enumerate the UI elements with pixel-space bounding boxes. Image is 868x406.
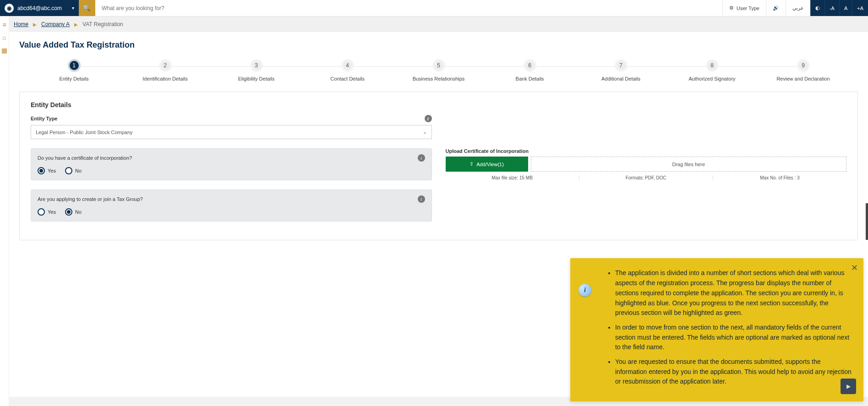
gear-icon: ⚙	[729, 5, 734, 11]
radio-icon	[38, 167, 45, 174]
step-number: 8	[706, 59, 719, 72]
avatar-icon: ◉	[5, 4, 14, 13]
user-type-label: User Type	[737, 5, 759, 11]
step-label: Authorized Signatory	[666, 76, 758, 82]
step-5[interactable]: 5Business Relationships	[393, 59, 484, 82]
play-icon: ▶	[846, 383, 851, 390]
add-view-button[interactable]: ⇪ Add/View(1)	[446, 157, 528, 172]
crumb-company[interactable]: Company A	[41, 21, 70, 27]
step-8[interactable]: 8Authorized Signatory	[666, 59, 758, 82]
step-number: 4	[341, 59, 354, 72]
sound-toggle[interactable]: 🔊	[766, 0, 786, 16]
user-type-menu[interactable]: ⚙ User Type	[722, 0, 766, 16]
info-bubble-icon: i	[579, 284, 591, 297]
step-label: Bank Details	[484, 76, 575, 82]
tax-group-question: Are you applying to create or join a Tax…	[31, 189, 432, 222]
question-text: Do you have a certificate of incorporati…	[38, 155, 132, 161]
step-number: 3	[250, 59, 263, 72]
chevron-right-icon: ▶	[74, 22, 78, 27]
help-bullet: The application is divided into a number…	[615, 268, 852, 318]
help-bullet: You are requested to ensure that the doc…	[615, 357, 852, 387]
step-6[interactable]: 6Bank Details	[484, 59, 575, 82]
language-toggle[interactable]: عربي	[786, 0, 810, 16]
breadcrumb: Home ▶ Company A ▶ VAT Registration	[0, 16, 868, 32]
chevron-right-icon: ▶	[33, 22, 37, 27]
progress-stepper: 1Entity Details2Identification Details3E…	[15, 59, 863, 92]
step-number: 2	[159, 59, 172, 72]
topbar-right: ⚙ User Type 🔊 عربي ◐ -A A +A	[722, 0, 868, 16]
max-size: Max file size: 15 MB	[446, 175, 579, 180]
speaker-icon: 🔊	[773, 5, 779, 11]
contrast-icon: ◐	[815, 5, 820, 11]
menu-icon[interactable]: ≡	[2, 21, 6, 28]
left-rail: ≡ ⌂ ▦	[0, 16, 9, 397]
step-2[interactable]: 2Identification Details	[120, 59, 211, 82]
step-number: 5	[432, 59, 445, 72]
max-files: Max No. of Files : 3	[713, 175, 846, 180]
search-icon: 🔍	[83, 5, 91, 11]
scrollbar[interactable]	[866, 203, 868, 240]
chevron-down-icon: ⌄	[423, 129, 427, 135]
user-account-chip[interactable]: ◉ abcd64@abc.com ▾	[0, 0, 79, 16]
help-popup: ✕ i The application is divided into a nu…	[570, 258, 863, 397]
step-label: Entity Details	[28, 76, 120, 82]
step-number: 1	[68, 59, 81, 72]
step-label: Additional Details	[575, 76, 666, 82]
step-number: 6	[524, 59, 536, 72]
upload-label: Upload Certificate of Incorporation	[446, 148, 847, 154]
crumb-home[interactable]: Home	[14, 21, 28, 27]
crumb-current: VAT Registration	[82, 21, 123, 27]
radio-icon	[65, 208, 72, 216]
search-button[interactable]: 🔍	[79, 0, 95, 16]
entity-details-panel: Entity Details Entity Type i Legal Perso…	[19, 92, 858, 240]
step-number: 9	[797, 59, 810, 72]
formats: Formats: PDF, DOC	[579, 175, 713, 180]
top-bar: ◉ abcd64@abc.com ▾ 🔍 ⚙ User Type 🔊 عربي …	[0, 0, 868, 16]
step-label: Review and Declaration	[758, 76, 849, 82]
step-label: Eligibility Details	[211, 76, 302, 82]
file-constraints: Max file size: 15 MB Formats: PDF, DOC M…	[446, 175, 847, 180]
close-icon[interactable]: ✕	[851, 263, 858, 273]
info-icon[interactable]: i	[425, 115, 432, 122]
info-icon[interactable]: i	[418, 154, 425, 162]
radio-yes[interactable]: Yes	[38, 208, 56, 216]
question-text: Are you applying to create or join a Tax…	[38, 196, 143, 202]
entity-type-value: Legal Person - Public Joint Stock Compan…	[36, 130, 133, 135]
entity-type-label: Entity Type	[31, 116, 57, 121]
search-input[interactable]	[95, 0, 722, 16]
help-bullet: In order to move from one section to the…	[615, 323, 852, 352]
step-9[interactable]: 9Review and Declaration	[758, 59, 849, 82]
step-label: Business Relationships	[393, 76, 484, 82]
contrast-toggle[interactable]: ◐	[810, 0, 824, 16]
help-bullet-list: The application is divided into a number…	[607, 268, 852, 387]
home-icon[interactable]: ⌂	[2, 34, 6, 41]
step-label: Identification Details	[120, 76, 211, 82]
chevron-down-icon: ▾	[72, 5, 74, 11]
font-increase[interactable]: +A	[852, 0, 868, 16]
info-icon[interactable]: i	[418, 195, 425, 203]
grid-icon[interactable]: ▦	[1, 47, 7, 54]
user-email: abcd64@abc.com	[17, 5, 62, 11]
radio-icon	[38, 208, 45, 216]
step-1[interactable]: 1Entity Details	[28, 59, 120, 82]
radio-no[interactable]: No	[65, 167, 82, 174]
radio-yes[interactable]: Yes	[38, 167, 56, 174]
cert-incorporation-question: Do you have a certificate of incorporati…	[31, 148, 432, 180]
page-title: Value Added Tax Registration	[19, 40, 863, 50]
step-label: Contact Details	[302, 76, 393, 82]
radio-icon	[65, 167, 72, 174]
upload-icon: ⇪	[469, 161, 474, 167]
step-7[interactable]: 7Additional Details	[575, 59, 666, 82]
panel-title: Entity Details	[31, 101, 846, 108]
step-3[interactable]: 3Eligibility Details	[211, 59, 302, 82]
step-4[interactable]: 4Contact Details	[302, 59, 393, 82]
radio-no[interactable]: No	[65, 208, 82, 216]
drag-drop-zone[interactable]: Drag files here	[531, 157, 847, 172]
entity-type-select[interactable]: Legal Person - Public Joint Stock Compan…	[31, 125, 432, 139]
play-button[interactable]: ▶	[841, 379, 856, 394]
font-decrease[interactable]: -A	[824, 0, 839, 16]
font-normal[interactable]: A	[839, 0, 852, 16]
lang-label: عربي	[792, 5, 804, 11]
step-number: 7	[615, 59, 628, 72]
